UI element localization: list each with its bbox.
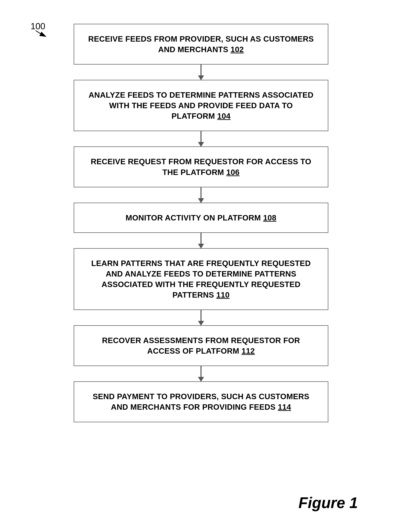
connector-3: [201, 187, 201, 203]
flowchart: RECEIVE FEEDS FROM PROVIDER, SUCH AS CUS…: [51, 24, 351, 422]
connector-5: [201, 310, 201, 325]
flow-box-106: RECEIVE REQUEST FROM REQUESTOR FOR ACCES…: [74, 146, 328, 187]
flow-box-112: RECOVER ASSESSMENTS FROM REQUESTOR FOR A…: [74, 325, 328, 366]
ref-110: 110: [216, 291, 230, 299]
flow-box-114: SEND PAYMENT TO PROVIDERS, SUCH AS CUSTO…: [74, 381, 328, 422]
ref-108: 108: [263, 213, 276, 222]
connector-6: [201, 366, 201, 381]
flow-box-104-text: ANALYZE FEEDS TO DETERMINE PATTERNS ASSO…: [89, 90, 314, 120]
flow-box-114-text: SEND PAYMENT TO PROVIDERS, SUCH AS CUSTO…: [93, 392, 309, 412]
ref-114: 114: [278, 403, 291, 412]
figure-label: Figure 1: [298, 494, 358, 512]
flow-box-106-text: RECEIVE REQUEST FROM REQUESTOR FOR ACCES…: [91, 157, 311, 177]
connector-2: [201, 131, 201, 146]
svg-text:100: 100: [31, 21, 45, 31]
flow-box-110-text: LEARN PATTERNS THAT ARE FREQUENTLY REQUE…: [91, 259, 311, 299]
flow-box-104: ANALYZE FEEDS TO DETERMINE PATTERNS ASSO…: [74, 80, 328, 131]
connector-4: [201, 233, 201, 248]
ref-104: 104: [217, 112, 231, 120]
ref-112: 112: [242, 347, 255, 355]
flow-box-108: MONITOR ACTIVITY ON PLATFORM 108: [74, 203, 328, 233]
diagram-label-100: 100: [31, 20, 58, 41]
flow-box-102: RECEIVE FEEDS FROM PROVIDER, SUCH AS CUS…: [74, 24, 328, 64]
flow-box-108-text: MONITOR ACTIVITY ON PLATFORM 108: [126, 213, 276, 222]
flow-box-110: LEARN PATTERNS THAT ARE FREQUENTLY REQUE…: [74, 248, 328, 310]
ref-102: 102: [231, 45, 244, 54]
flow-box-102-text: RECEIVE FEEDS FROM PROVIDER, SUCH AS CUS…: [88, 34, 314, 54]
connector-1: [201, 64, 201, 80]
page: 100 RECEIVE FEEDS FROM PROVIDER, SUCH AS…: [0, 0, 402, 532]
flow-box-112-text: RECOVER ASSESSMENTS FROM REQUESTOR FOR A…: [102, 336, 300, 355]
ref-106: 106: [226, 168, 239, 177]
